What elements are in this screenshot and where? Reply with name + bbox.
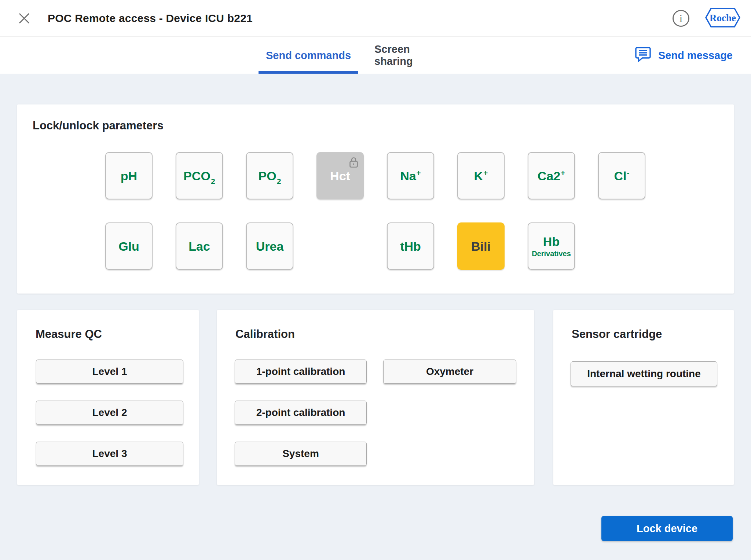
message-icon [635, 47, 651, 65]
param-tile-urea[interactable]: Urea [246, 222, 293, 270]
param-label-line2: Derivatives [532, 250, 571, 257]
measure-qc-title: Measure QC [36, 328, 102, 341]
lock-unlock-parameters-panel: Lock/unlock parameters pHPCO2PO2HctNa+K+… [17, 104, 734, 294]
param-tile-hct[interactable]: Hct [316, 152, 364, 199]
tab-screen-sharing[interactable]: Screen sharing [374, 37, 444, 74]
sensor-cartridge-panel: Sensor cartridge Internal wetting routin… [553, 310, 734, 485]
param-tile-lac[interactable]: Lac [176, 222, 223, 270]
param-tile-po[interactable]: PO2 [246, 152, 293, 199]
param-tile-pco[interactable]: PCO2 [176, 152, 223, 199]
param-tile-ph[interactable]: pH [105, 152, 153, 199]
param-label: Lac [188, 240, 210, 253]
param-label: tHb [400, 240, 421, 253]
lock-device-button[interactable]: Lock device [601, 516, 733, 541]
tab-bar: Send commands Screen sharing Send messag… [0, 37, 751, 74]
measure-qc-panel: Measure QC Level 1 Level 2 Level 3 [17, 310, 199, 485]
param-label: Ca2+ [538, 170, 565, 182]
window-header: POC Remote access - Device ICU b221 i Ro… [0, 0, 751, 37]
header-actions: i Roche [673, 7, 741, 30]
param-label: Cl- [614, 170, 630, 182]
lock-icon [349, 156, 359, 170]
param-label: Hct [330, 170, 350, 182]
param-label: Na+ [400, 170, 421, 182]
param-label: pH [121, 170, 137, 182]
param-label: Glu [118, 240, 139, 253]
roche-wordmark: Roche [710, 12, 736, 23]
qc-level-1-button[interactable]: Level 1 [36, 360, 183, 384]
param-tile-thb[interactable]: tHb [387, 222, 434, 270]
param-tile-hb[interactable]: HbDerivatives [528, 222, 575, 270]
param-empty-cell [316, 222, 364, 270]
param-tile-na[interactable]: Na+ [387, 152, 434, 199]
param-empty-cell [598, 222, 645, 270]
param-label: PO2 [259, 170, 281, 182]
qc-level-3-button[interactable]: Level 3 [36, 442, 183, 466]
close-icon[interactable] [16, 10, 32, 26]
info-icon[interactable]: i [673, 10, 689, 27]
active-tab-underline [259, 71, 358, 74]
param-tile-ca2[interactable]: Ca2+ [528, 152, 575, 199]
roche-logo: Roche [705, 7, 741, 30]
calibration-panel: Calibration 1-point calibration 2-point … [217, 310, 534, 485]
system-calibration-button[interactable]: System [235, 442, 367, 466]
oxymeter-button[interactable]: Oxymeter [383, 360, 516, 384]
lock-unlock-title: Lock/unlock parameters [33, 119, 164, 132]
param-grid: pHPCO2PO2HctNa+K+Ca2+Cl-GluLacUreatHbBil… [105, 152, 645, 270]
param-tile-bili[interactable]: Bili [457, 222, 505, 270]
param-label: Hb [543, 235, 560, 248]
sensor-cartridge-title: Sensor cartridge [572, 328, 662, 341]
param-label: K+ [474, 170, 488, 182]
two-point-calibration-button[interactable]: 2-point calibration [235, 401, 367, 425]
param-tile-glu[interactable]: Glu [105, 222, 153, 270]
param-label: Bili [471, 240, 491, 253]
calibration-title: Calibration [235, 328, 295, 341]
param-label: Urea [256, 240, 284, 253]
internal-wetting-routine-button[interactable]: Internal wetting routine [571, 361, 717, 386]
tab-send-commands[interactable]: Send commands [259, 37, 358, 74]
param-tile-cl[interactable]: Cl- [598, 152, 645, 199]
send-message-label: Send message [658, 49, 733, 62]
send-message-button[interactable]: Send message [635, 37, 733, 74]
param-label: PCO2 [183, 170, 215, 182]
one-point-calibration-button[interactable]: 1-point calibration [235, 360, 367, 384]
page-title: POC Remote access - Device ICU b221 [48, 12, 253, 25]
param-tile-k[interactable]: K+ [457, 152, 505, 199]
qc-level-2-button[interactable]: Level 2 [36, 401, 183, 425]
